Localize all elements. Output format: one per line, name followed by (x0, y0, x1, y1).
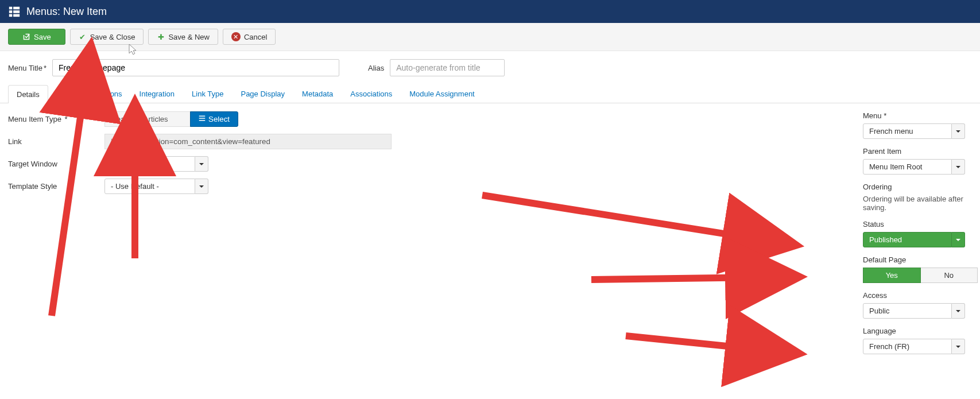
plus-icon: ✚ (157, 33, 165, 41)
tab-details[interactable]: Details (8, 85, 48, 103)
check-icon (22, 33, 30, 41)
save-close-label: Save & Close (90, 33, 135, 41)
ordering-label: Ordering (863, 183, 972, 191)
svg-rect-5 (13, 14, 20, 17)
tab-metadata[interactable]: Metadata (293, 84, 342, 103)
chevron-down-icon[interactable] (952, 159, 965, 175)
sidebar-ordering: Ordering Ordering will be available afte… (863, 183, 972, 212)
template-style-dropdown[interactable]: - Use Default - (104, 179, 208, 194)
parent-label: Parent Item (863, 147, 972, 156)
status-dropdown[interactable]: Published (863, 232, 965, 247)
chevron-down-icon[interactable] (195, 179, 208, 194)
save-close-button[interactable]: ✔ Save & Close (70, 29, 144, 45)
tab-integration[interactable]: Integration (131, 84, 183, 103)
default-no-button[interactable]: No (921, 268, 978, 283)
parent-dropdown[interactable]: Menu Item Root (863, 159, 965, 175)
svg-rect-2 (9, 10, 13, 13)
select-label: Select (208, 115, 230, 123)
sidebar-language: Language French (FR) (863, 327, 972, 354)
sidebar-menu: Menu * French menu (863, 111, 972, 139)
tabs: Details Layout Options Integration Link … (0, 84, 980, 103)
svg-rect-3 (13, 10, 20, 13)
svg-rect-6 (199, 116, 206, 117)
link-input (104, 134, 392, 149)
menu-title-label: Menu Title* (8, 64, 47, 72)
form-header: Menu Title* Alias (0, 51, 980, 84)
menu-item-type-label: Menu Item Type * (8, 115, 104, 123)
link-label: Link (8, 137, 104, 146)
svg-rect-4 (9, 14, 13, 17)
row-template-style: Template Style - Use Default - (8, 179, 851, 194)
status-value: Published (863, 232, 952, 247)
menu-value: French menu (863, 123, 952, 139)
chevron-down-icon[interactable] (952, 232, 965, 247)
chevron-down-icon[interactable] (952, 303, 965, 319)
svg-rect-8 (199, 120, 206, 121)
list-icon (8, 5, 21, 18)
tab-options[interactable]: Options (88, 84, 131, 103)
status-label: Status (863, 220, 972, 228)
save-new-label: Save & New (168, 33, 210, 41)
tab-module-assignment[interactable]: Module Assignment (401, 84, 483, 103)
tab-associations[interactable]: Associations (342, 84, 401, 103)
language-value: French (FR) (863, 339, 952, 354)
cancel-label: Cancel (244, 33, 267, 41)
tab-page-display[interactable]: Page Display (232, 84, 293, 103)
details-panel: Menu Item Type * Featured Articles Selec… (8, 111, 851, 362)
save-button[interactable]: Save (8, 29, 65, 45)
sidebar-default-page: Default Page Yes No (863, 255, 972, 283)
access-value: Public (863, 303, 952, 319)
menu-item-type-value: Featured Articles (104, 111, 191, 127)
template-style-label: Template Style (8, 182, 104, 191)
cancel-button[interactable]: ✕ Cancel (223, 29, 276, 45)
template-style-value: - Use Default - (104, 179, 195, 194)
chevron-down-icon[interactable] (195, 156, 208, 172)
language-dropdown[interactable]: French (FR) (863, 339, 965, 354)
default-page-label: Default Page (863, 255, 972, 264)
page-title: Menus: New Item (26, 6, 107, 18)
list-icon (199, 115, 206, 123)
tab-link-type[interactable]: Link Type (183, 84, 232, 103)
save-new-button[interactable]: ✚ Save & New (148, 29, 218, 45)
parent-value: Menu Item Root (863, 159, 952, 175)
page-header: Menus: New Item (0, 0, 980, 23)
sidebar-status: Status Published (863, 220, 972, 247)
access-dropdown[interactable]: Public (863, 303, 965, 319)
target-window-label: Target Window (8, 160, 104, 168)
language-label: Language (863, 327, 972, 335)
chevron-down-icon[interactable] (952, 123, 965, 139)
svg-rect-0 (9, 7, 13, 10)
check-icon: ✔ (79, 33, 87, 41)
default-page-toggle: Yes No (863, 268, 978, 283)
alias-label: Alias (368, 64, 384, 72)
select-type-button[interactable]: Select (190, 111, 238, 127)
sidebar: Menu * French menu Parent Item Menu Item… (851, 111, 972, 362)
target-window-value: Parent (104, 156, 195, 172)
menu-title-input[interactable] (52, 59, 339, 76)
sidebar-parent: Parent Item Menu Item Root (863, 147, 972, 175)
row-target-window: Target Window Parent (8, 156, 851, 172)
ordering-text: Ordering will be available after saving. (863, 195, 972, 212)
svg-rect-7 (199, 118, 206, 119)
content: Menu Item Type * Featured Articles Selec… (0, 103, 980, 370)
tab-layout[interactable]: Layout (48, 84, 88, 103)
default-yes-button[interactable]: Yes (863, 268, 921, 283)
chevron-down-icon[interactable] (952, 339, 965, 354)
access-label: Access (863, 291, 972, 300)
row-link: Link (8, 134, 851, 149)
alias-input[interactable] (390, 59, 505, 76)
close-icon: ✕ (231, 32, 241, 41)
sidebar-access: Access Public (863, 291, 972, 319)
row-menu-item-type: Menu Item Type * Featured Articles Selec… (8, 111, 851, 127)
svg-rect-1 (13, 7, 20, 10)
menu-label: Menu * (863, 111, 972, 120)
target-window-dropdown[interactable]: Parent (104, 156, 208, 172)
menu-dropdown[interactable]: French menu (863, 123, 965, 139)
toolbar: Save ✔ Save & Close ✚ Save & New ✕ Cance… (0, 23, 980, 51)
save-label: Save (34, 33, 51, 41)
